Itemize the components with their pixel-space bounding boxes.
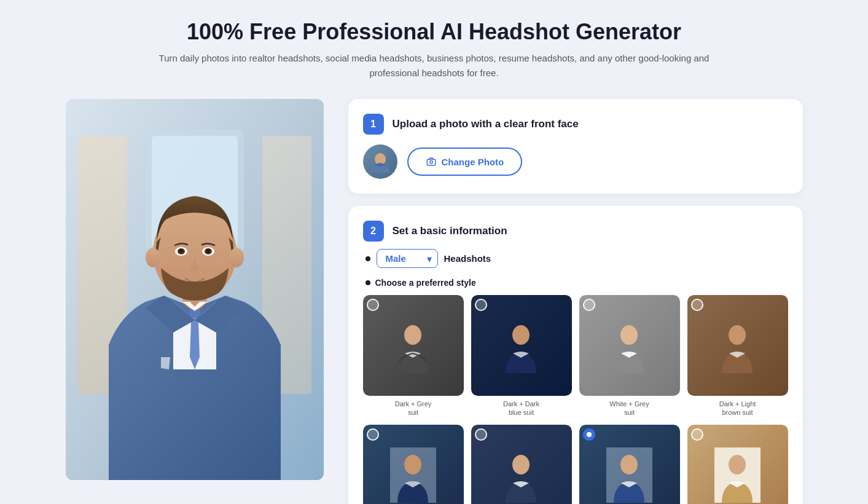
style-img-wrapper-2 xyxy=(471,295,572,396)
style-grid-row1: Dark + Greysuit Dark xyxy=(363,295,788,417)
style-bullet-icon xyxy=(366,280,370,285)
style-radio-4 xyxy=(691,299,703,311)
style-item-3[interactable]: White + Greysuit xyxy=(579,295,680,417)
avatar-inner xyxy=(363,144,397,179)
svg-point-21 xyxy=(729,325,746,345)
svg-point-12 xyxy=(206,249,210,253)
gender-select-wrapper: Male Female ▾ xyxy=(377,249,438,268)
style-img-wrapper-1 xyxy=(363,295,464,396)
style-item-8[interactable]: White + Lightbrown suit xyxy=(687,425,788,504)
choose-style-label: Choose a preferred style xyxy=(363,278,788,288)
photo-panel xyxy=(66,99,324,480)
style-img-1 xyxy=(363,295,464,396)
style-item-7[interactable]: Window +Blue suit xyxy=(579,425,680,504)
style-item-2[interactable]: Dark + Darkblue suit xyxy=(471,295,572,417)
style-img-wrapper-6 xyxy=(471,425,572,504)
style-img-wrapper-5 xyxy=(363,425,464,504)
style-img-3 xyxy=(579,295,680,396)
svg-point-18 xyxy=(404,325,421,345)
style-img-4 xyxy=(687,295,788,396)
page-title: 100% Free Professional AI Headshot Gener… xyxy=(158,18,711,45)
style-item-6[interactable]: Office + Darkblue suit xyxy=(471,425,572,504)
svg-point-23 xyxy=(404,455,421,474)
page-header: 100% Free Professional AI Headshot Gener… xyxy=(158,18,711,81)
style-label-2: Dark + Darkblue suit xyxy=(503,400,539,417)
right-panel: 1 Upload a photo with a clear front face xyxy=(348,99,803,504)
change-photo-label: Change Photo xyxy=(442,157,504,167)
step1-header: 1 Upload a photo with a clear front face xyxy=(363,114,788,135)
person-illustration xyxy=(66,99,324,480)
style-radio-8 xyxy=(691,428,703,441)
avatar xyxy=(363,144,397,179)
headshots-label: Headshots xyxy=(444,253,491,264)
step2-header: 2 Set a basic information xyxy=(363,221,788,242)
camera-icon xyxy=(426,156,437,167)
style-radio-7 xyxy=(583,428,595,441)
upload-row: Change Photo xyxy=(363,144,788,179)
avatar-icon xyxy=(368,149,393,174)
style-img-wrapper-8 xyxy=(687,425,788,504)
svg-point-28 xyxy=(729,455,746,474)
style-label-3: White + Greysuit xyxy=(609,400,649,417)
style-img-wrapper-4 xyxy=(687,295,788,396)
bullet-icon xyxy=(366,256,370,261)
gender-row: Male Female ▾ Headshots xyxy=(363,249,788,268)
change-photo-button[interactable]: Change Photo xyxy=(407,148,523,176)
step2-title: Set a basic information xyxy=(393,225,507,237)
svg-rect-16 xyxy=(427,159,436,165)
step1-badge: 1 xyxy=(363,114,384,135)
step2-badge: 2 xyxy=(363,221,384,242)
svg-point-26 xyxy=(620,455,638,474)
style-radio-3 xyxy=(583,299,595,311)
svg-point-14 xyxy=(229,248,244,267)
step2-card: 2 Set a basic information Male Female ▾ … xyxy=(348,206,803,504)
gender-select[interactable]: Male Female xyxy=(377,249,438,268)
style-item-4[interactable]: Dark + Lightbrown suit xyxy=(687,295,788,417)
svg-point-17 xyxy=(429,161,432,164)
svg-point-9 xyxy=(179,249,183,253)
style-item-1[interactable]: Dark + Greysuit xyxy=(363,295,464,417)
main-photo-preview xyxy=(66,99,324,480)
style-img-2 xyxy=(471,295,572,396)
style-label-4: Dark + Lightbrown suit xyxy=(719,400,756,417)
style-radio-2 xyxy=(475,299,487,311)
svg-point-19 xyxy=(512,325,530,345)
style-img-wrapper-3 xyxy=(579,295,680,396)
svg-point-20 xyxy=(620,325,638,345)
svg-point-24 xyxy=(512,455,530,474)
style-grid-row2: Window +Dark blue suit xyxy=(363,425,788,504)
style-radio-5 xyxy=(367,428,379,441)
page-subtitle: Turn daily photos into realtor headshots… xyxy=(158,51,711,81)
step1-card: 1 Upload a photo with a clear front face xyxy=(348,99,803,194)
main-content: 1 Upload a photo with a clear front face xyxy=(66,99,803,504)
style-item-5[interactable]: Window +Dark blue suit xyxy=(363,425,464,504)
style-radio-6 xyxy=(475,428,487,441)
style-img-wrapper-7 xyxy=(579,425,680,504)
style-radio-1 xyxy=(367,299,379,311)
step1-title: Upload a photo with a clear front face xyxy=(393,118,579,130)
style-label-1: Dark + Greysuit xyxy=(395,400,432,417)
svg-point-13 xyxy=(146,248,160,267)
